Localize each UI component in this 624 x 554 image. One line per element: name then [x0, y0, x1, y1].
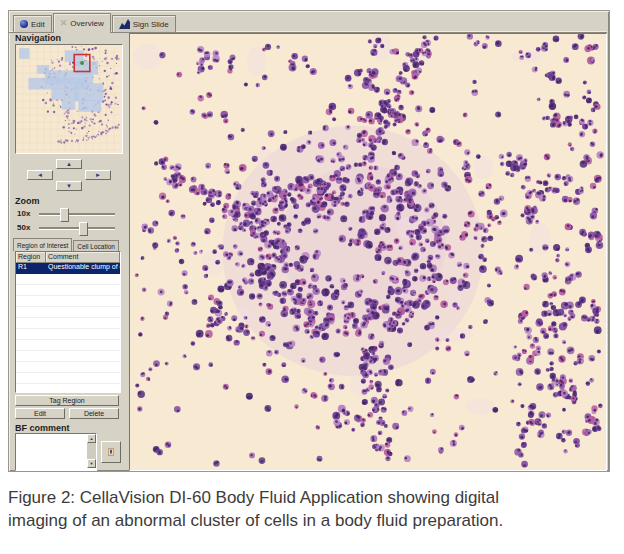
- roi-row-comment-value: Questionable clump of c...: [46, 263, 120, 273]
- navigation-thumbnail-map: [16, 45, 120, 151]
- right-arrow-icon: ►: [95, 172, 101, 178]
- application-window: Edit ✕ Overview Sign Slide Navigation ▲ …: [8, 10, 610, 472]
- down-arrow-icon: ▼: [66, 183, 72, 189]
- specimen-image[interactable]: [130, 34, 604, 468]
- pan-right-button[interactable]: ►: [85, 170, 111, 180]
- roi-table-empty-row[interactable]: [16, 384, 120, 393]
- bf-comment-field[interactable]: ▲ ▼: [15, 433, 97, 471]
- tab-sign-slide-label: Sign Slide: [133, 20, 169, 29]
- roi-table: Region Comment R1 Questionable clump of …: [15, 251, 121, 393]
- zoom-slider-50x-row: 50x: [15, 221, 123, 233]
- roi-empty-region: [16, 307, 46, 317]
- tab-edit-label: Edit: [31, 20, 45, 29]
- roi-empty-region: [16, 340, 46, 350]
- roi-empty-comment: [46, 307, 120, 317]
- navigation-thumbnail[interactable]: [15, 44, 123, 154]
- roi-empty-comment: [46, 384, 120, 393]
- roi-empty-region: [16, 285, 46, 295]
- zoom-10x-slider-track[interactable]: [39, 213, 115, 216]
- roi-column-region[interactable]: Region: [16, 252, 46, 263]
- zoom-10x-label: 10x: [17, 209, 30, 218]
- tab-region-of-interest[interactable]: Region of Interest: [13, 238, 72, 251]
- roi-table-empty-row[interactable]: [16, 351, 120, 362]
- roi-column-comment[interactable]: Comment: [46, 252, 120, 263]
- specimen-image-frame: [129, 33, 607, 471]
- edit-tab-icon: [20, 20, 28, 28]
- pan-left-button[interactable]: ◄: [27, 170, 53, 180]
- tab-cell-location[interactable]: Cell Location: [73, 240, 119, 251]
- navigation-title: Navigation: [15, 33, 61, 43]
- scroll-down-icon[interactable]: ▼: [87, 459, 96, 468]
- zoom-slider-10x-row: 10x: [15, 207, 123, 219]
- roi-selected-row[interactable]: R1 Questionable clump of c...: [16, 263, 120, 274]
- roi-tab-bar: Region of Interest Cell Location: [13, 239, 120, 251]
- zoom-50x-label: 50x: [17, 223, 30, 232]
- roi-empty-comment: [46, 351, 120, 361]
- caption-line-2: imaging of an abnormal cluster of cells …: [8, 509, 618, 532]
- roi-table-empty-row[interactable]: [16, 274, 120, 285]
- roi-table-empty-row[interactable]: [16, 373, 120, 384]
- tab-bar: Edit ✕ Overview Sign Slide: [13, 14, 177, 32]
- navigation-arrow-pad: ▲ ◄ ► ▼: [13, 157, 125, 195]
- bf-comment-label: BF comment: [15, 423, 70, 433]
- roi-table-empty-row[interactable]: [16, 285, 120, 296]
- left-arrow-icon: ◄: [37, 172, 43, 178]
- pan-down-button[interactable]: ▼: [56, 181, 82, 191]
- roi-empty-region: [16, 351, 46, 361]
- roi-table-empty-row[interactable]: [16, 318, 120, 329]
- tab-edit[interactable]: Edit: [13, 15, 52, 32]
- roi-empty-comment: [46, 340, 120, 350]
- roi-empty-comment: [46, 373, 120, 383]
- edit-region-button[interactable]: Edit: [15, 408, 65, 419]
- zoom-10x-slider-thumb[interactable]: [60, 208, 69, 222]
- roi-empty-region: [16, 329, 46, 339]
- bf-comment-tool-button[interactable]: [101, 441, 121, 463]
- roi-empty-region: [16, 296, 46, 306]
- roi-empty-region: [16, 274, 46, 284]
- roi-empty-region: [16, 362, 46, 372]
- roi-empty-region: [16, 318, 46, 328]
- roi-empty-comment: [46, 362, 120, 372]
- zoom-50x-slider-thumb[interactable]: [79, 222, 88, 236]
- tab-overview[interactable]: ✕ Overview: [53, 13, 111, 32]
- bf-comment-scrollbar[interactable]: ▲ ▼: [87, 434, 96, 468]
- roi-empty-comment: [46, 285, 120, 295]
- roi-empty-comment: [46, 318, 120, 328]
- roi-empty-comment: [46, 274, 120, 284]
- roi-empty-region: [16, 373, 46, 383]
- overview-tab-icon: ✕: [60, 19, 68, 27]
- caption-line-1: Figure 2: CellaVision DI-60 Body Fluid A…: [8, 486, 618, 509]
- zoom-title: Zoom: [15, 196, 40, 206]
- tab-sign-slide[interactable]: Sign Slide: [112, 15, 176, 32]
- roi-empty-comment: [46, 296, 120, 306]
- tab-overview-label: Overview: [70, 19, 103, 28]
- up-arrow-icon: ▲: [66, 161, 72, 167]
- pan-up-button[interactable]: ▲: [56, 159, 82, 169]
- sign-slide-tab-icon: [119, 19, 130, 29]
- cell-location-tab-label: Cell Location: [77, 243, 115, 250]
- figure-caption: Figure 2: CellaVision DI-60 Body Fluid A…: [8, 486, 618, 532]
- delete-region-button[interactable]: Delete: [69, 408, 119, 419]
- sidebar: Navigation ▲ ◄ ► ▼ Zoom 10x 50x: [13, 33, 125, 471]
- roi-table-empty-row[interactable]: [16, 296, 120, 307]
- zoom-group: Zoom 10x 50x: [15, 196, 123, 236]
- tag-region-button[interactable]: Tag Region: [15, 395, 119, 406]
- scroll-up-icon[interactable]: ▲: [87, 434, 96, 443]
- roi-table-empty-row[interactable]: [16, 340, 120, 351]
- roi-empty-region: [16, 384, 46, 393]
- zoom-50x-slider-track[interactable]: [39, 227, 115, 230]
- roi-table-empty-row[interactable]: [16, 307, 120, 318]
- roi-table-empty-row[interactable]: [16, 362, 120, 373]
- roi-table-header: Region Comment: [16, 252, 120, 263]
- roi-table-empty-row[interactable]: [16, 329, 120, 340]
- roi-tab-label: Region of Interest: [17, 242, 68, 249]
- ink-pen-icon: [108, 444, 114, 460]
- roi-row-region-value: R1: [16, 263, 46, 273]
- roi-empty-comment: [46, 329, 120, 339]
- roi-empty-rows: [16, 274, 120, 393]
